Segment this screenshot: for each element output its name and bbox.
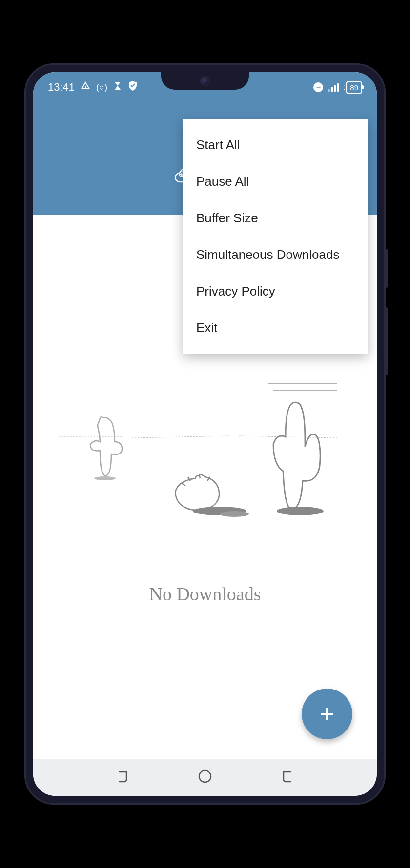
menu-start-all[interactable]: Start All [183, 127, 368, 163]
front-camera [200, 76, 210, 86]
empty-state-text: No Downloads [149, 583, 261, 605]
menu-buffer-size[interactable]: Buffer Size [183, 200, 368, 237]
nav-home-button[interactable] [197, 769, 213, 786]
add-download-button[interactable]: + [302, 689, 352, 739]
status-right: − 89 [313, 81, 362, 94]
shield-icon [128, 80, 138, 94]
svg-point-9 [277, 507, 324, 515]
dnd-icon: − [313, 82, 323, 92]
nav-recent-button[interactable] [116, 769, 130, 786]
menu-privacy-policy[interactable]: Privacy Policy [183, 273, 368, 310]
battery-icon: 89 [344, 81, 362, 94]
nav-back-button[interactable] [280, 769, 294, 786]
overflow-menu: Start All Pause All Buffer Size Simultan… [183, 119, 368, 354]
screen: 13:41 (○) [33, 72, 377, 796]
svg-point-10 [220, 511, 249, 517]
triangle-icon [81, 81, 90, 94]
svg-line-4 [239, 436, 337, 438]
menu-simultaneous-downloads[interactable]: Simultaneous Downloads [183, 237, 368, 273]
status-time: 13:41 [48, 81, 75, 94]
status-left: 13:41 (○) [48, 80, 138, 94]
svg-line-3 [132, 436, 229, 438]
phone-frame: 13:41 (○) [24, 63, 386, 805]
hotspot-icon: (○) [96, 82, 107, 93]
signal-icon [328, 83, 339, 92]
menu-pause-all[interactable]: Pause All [183, 163, 368, 200]
menu-exit[interactable]: Exit [183, 310, 368, 346]
nav-bar [33, 759, 377, 796]
svg-point-11 [199, 770, 211, 782]
notch [161, 72, 249, 90]
empty-illustration [33, 369, 377, 534]
svg-point-7 [94, 476, 116, 480]
plus-icon: + [320, 701, 334, 727]
hourglass-icon [113, 81, 122, 94]
